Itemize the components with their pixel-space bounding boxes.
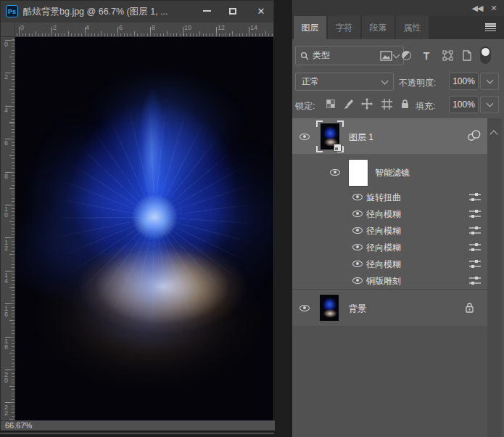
checkerboard-icon [326,99,335,108]
filter-type-layers-button[interactable]: T [418,48,434,63]
visibility-toggle[interactable] [298,303,311,313]
eye-icon [299,134,310,140]
ruler-tick-label: 20 [3,372,9,383]
filter-shape-layers-button[interactable] [439,48,455,63]
tab-character[interactable]: 字符 [328,16,360,39]
filter-blending-options-button[interactable] [468,192,482,205]
eye-icon [352,194,363,200]
zoom-level-field[interactable]: 66.67% [5,421,32,431]
lock-all-button[interactable] [398,97,411,110]
sliders-icon [468,208,482,219]
layer-filtering-toggle[interactable] [480,46,491,64]
opacity-dropdown-button[interactable] [480,73,499,90]
close-button[interactable]: ✕ [249,1,273,21]
chevron-down-icon [381,77,389,84]
photoshop-app: Ps 酷炫背景bg.jpg @ 66.7% (图层 1, ... ✕ 0 2 4… [0,0,504,437]
blend-mode-select[interactable]: 正常 [295,73,394,91]
filter-name[interactable]: 径向模糊 [366,225,401,237]
ruler-corner[interactable] [1,23,15,37]
fill-field[interactable]: 100% [449,96,479,113]
maximize-icon [229,8,236,15]
visibility-toggle[interactable] [351,192,364,202]
list-gutter [487,118,502,437]
tab-layers[interactable]: 图层 [294,16,326,39]
ruler-tick-label: 6 [119,24,123,31]
filter-row-twirl[interactable]: 旋转扭曲 [292,189,487,205]
tab-properties[interactable]: 属性 [396,16,429,39]
double-circle-icon [467,129,482,142]
ruler-tick-label: 2 [3,74,9,80]
collapse-panels-icon[interactable]: ◀◀ [471,2,484,14]
background-thumbnail[interactable] [320,295,339,321]
filter-row-radial-blur[interactable]: 径向模糊 [292,222,487,239]
panel-tab-row: 图层 字符 段落 属性 [292,16,504,39]
panel-close-icon[interactable]: ✕ [488,2,500,14]
filter-row-radial-blur[interactable]: 径向模糊 [292,239,487,256]
filter-row-radial-blur[interactable]: 径向模糊 [292,256,487,272]
visibility-toggle[interactable] [351,275,364,285]
layer1-name[interactable]: 图层 1 [349,131,373,144]
visibility-toggle[interactable] [298,131,311,142]
eye-icon [330,169,340,176]
visibility-toggle[interactable] [329,167,342,177]
filter-row-mezzotint[interactable]: 铜版雕刻 [292,272,487,289]
visibility-toggle[interactable] [351,258,364,269]
minimize-button[interactable] [195,1,218,21]
ruler-tick-label: 0 [3,41,9,47]
panel-body: 类型 T [292,39,504,437]
eye-icon [352,261,363,267]
adjustment-icon [402,51,411,60]
lock-artboard-button[interactable] [380,97,393,110]
filter-blending-options-button[interactable] [468,258,482,272]
eye-icon [299,305,310,311]
lock-transparency-button[interactable] [324,97,337,110]
blend-mode-value: 正常 [302,75,382,88]
filter-smart-objects-button[interactable] [459,48,475,63]
visibility-toggle[interactable] [351,208,364,218]
filter-row-radial-blur[interactable]: 径向模糊 [292,205,487,222]
fill-dropdown-button[interactable] [480,96,499,113]
visibility-toggle[interactable] [351,225,364,235]
vortex-image [15,37,273,420]
panel-menu-icon[interactable] [485,23,496,31]
filter-name[interactable]: 旋转扭曲 [366,192,401,204]
filter-name[interactable]: 径向模糊 [366,258,401,271]
tab-paragraph[interactable]: 段落 [362,16,394,39]
document-titlebar[interactable]: Ps 酷炫背景bg.jpg @ 66.7% (图层 1, ... ✕ [1,1,273,23]
opacity-field[interactable]: 100% [449,73,479,90]
eye-icon [352,227,363,234]
lock-position-button[interactable] [360,97,373,110]
filter-name[interactable]: 径向模糊 [366,242,401,254]
filter-pixel-layers-button[interactable] [378,48,394,63]
ruler-tick-label: 14 [3,272,9,284]
ruler-tick-label: 2 [53,24,57,31]
ruler-tick-label: 6 [3,140,9,146]
vertical-ruler[interactable]: 0 2 4 6 8 10 12 14 16 18 20 22 [1,37,15,420]
smart-filter-indicator[interactable] [467,129,482,142]
ruler-tick-label: 14 [250,24,257,31]
canvas-area[interactable] [15,37,273,420]
filter-adjustment-layers-button[interactable] [398,48,414,63]
filter-blending-options-button[interactable] [468,208,482,222]
sliders-icon [468,225,482,236]
layer-row-background[interactable]: 背景 [292,290,487,326]
layer-lock-badge[interactable] [465,302,474,316]
maximize-button[interactable] [221,1,244,21]
horizontal-ruler[interactable]: 0 2 4 6 8 10 12 14 [15,23,273,37]
layer1-thumbnail[interactable] [316,121,344,152]
ruler-tick-label: 10 [184,24,191,31]
filter-blending-options-button[interactable] [468,242,482,256]
layer-row-layer1[interactable]: 图层 1 [292,118,487,154]
smart-filters-row[interactable]: 智能滤镜 [292,155,487,189]
filter-name[interactable]: 铜版雕刻 [366,275,401,287]
filter-blending-options-button[interactable] [468,275,482,289]
type-icon: T [424,50,430,62]
visibility-toggle[interactable] [351,242,364,252]
sliders-icon [468,258,482,269]
filter-blending-options-button[interactable] [468,225,482,239]
lock-pixels-button[interactable] [342,97,355,110]
filter-name[interactable]: 径向模糊 [366,208,401,221]
ruler-tick-label: 4 [3,107,9,113]
background-name[interactable]: 背景 [349,303,366,315]
filter-mask-thumbnail[interactable] [348,159,368,187]
